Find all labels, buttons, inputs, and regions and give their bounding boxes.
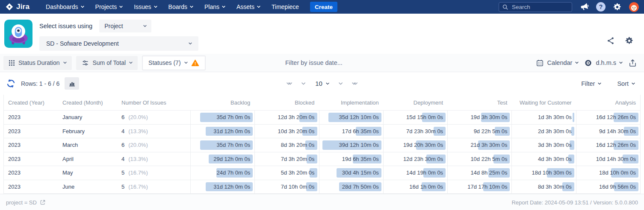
page-size-select[interactable]: 10 — [315, 80, 329, 87]
calendar-select[interactable]: Calendar — [536, 56, 579, 70]
table-header-row: Created (Year)Created (Month)Number Of I… — [4, 95, 640, 110]
sort-menu[interactable]: Sort — [617, 76, 635, 90]
duration-cell: 15d 15h 0m 0s — [383, 111, 447, 124]
duration-value: 35d 7h 0m 0s — [217, 114, 251, 120]
table-row[interactable]: 2023April4(13.3%)29d 12h 0m 0s7d 3h 20m … — [4, 152, 640, 166]
duration-value: 31d 12h 0m 0s — [213, 184, 250, 190]
project-select[interactable]: SD - Sofware Development — [39, 36, 198, 51]
jql-query-link[interactable]: project = SD — [6, 199, 46, 206]
create-button[interactable]: Create — [310, 2, 337, 12]
duration-cell: 17d 6h 35m 0s — [319, 125, 383, 138]
issue-percent: (16.7%) — [128, 169, 148, 176]
month-cell: February — [62, 125, 121, 138]
chevron-down-icon — [189, 41, 192, 44]
nav-item-label: Boards — [168, 3, 187, 10]
column-header[interactable]: Analysis — [576, 95, 640, 110]
nav-item-assets[interactable]: Assets — [236, 3, 260, 10]
chart-view-button[interactable] — [65, 77, 79, 90]
external-link-icon — [40, 199, 46, 205]
duration-value: 31d 12h 0m 0s — [213, 128, 250, 134]
chevron-down-icon — [326, 81, 329, 85]
search-input[interactable] — [499, 2, 572, 12]
duration-value: 8d 3h 30m 0s — [538, 184, 572, 190]
statuses-select[interactable]: Statuses (7) — [142, 55, 205, 70]
export-button[interactable] — [628, 58, 637, 67]
nav-item-dashboards[interactable]: Dashboards — [46, 3, 84, 10]
duration-cell: 1d 3h 30m 0s — [511, 111, 576, 124]
time-format-select[interactable]: d.h.m.s — [584, 56, 622, 70]
duration-value: 30d 4h 15m 0s — [342, 169, 379, 176]
column-header[interactable]: Waiting for Customer — [511, 95, 576, 110]
announcements-button[interactable] — [579, 2, 589, 12]
pagination: 10 — [287, 80, 357, 87]
column-header[interactable]: Test — [447, 95, 511, 110]
duration-value: 12d 23h 30m 0s — [403, 156, 443, 162]
first-page-button[interactable] — [287, 82, 292, 85]
time-format-value: d.h.m.s — [596, 59, 616, 66]
issue-date-filter[interactable]: Filter by issue date... — [285, 59, 343, 66]
nav-item-label: Plans — [204, 3, 219, 10]
report-footer: project = SD Report Date: 2024-05-09 13:… — [0, 194, 644, 210]
sliders-icon — [82, 59, 89, 67]
table-row[interactable]: 2023May5(16.7%)24d 7h 0m 0s5d 3h 20m 0s3… — [4, 166, 640, 180]
nav-item-plans[interactable]: Plans — [204, 3, 225, 10]
duration-cell: 10d 14h 30m 0s — [576, 152, 640, 166]
duration-value: 2d 3h 30m 0s — [538, 128, 572, 134]
share-button[interactable] — [606, 36, 615, 45]
duration-cell: 24d 7h 0m 0s — [190, 166, 254, 180]
aggregation-select[interactable]: Sum of Total — [76, 56, 138, 70]
year-cell: 2023 — [4, 125, 62, 138]
user-avatar[interactable] — [629, 2, 639, 12]
next-page-button[interactable] — [339, 82, 342, 85]
last-page-button[interactable] — [352, 82, 357, 85]
duration-value: 18d 10h 30m 0s — [532, 169, 571, 176]
duration-cell: 9d 14h 30m 0s — [576, 125, 640, 138]
nav-item-projects[interactable]: Projects — [95, 3, 123, 10]
nav-item-issues[interactable]: Issues — [134, 3, 157, 10]
issue-count: 6 — [121, 142, 124, 148]
report-settings-button[interactable] — [625, 36, 634, 45]
rows-count-label: Rows: 1 - 6 / 6 — [21, 80, 59, 87]
filter-menu[interactable]: Filter — [581, 76, 601, 90]
table-row[interactable]: 2023June5(16.7%)31d 12h 0m 0s7d 10h 0m 0… — [4, 180, 640, 194]
column-header[interactable]: Created (Year) — [4, 95, 62, 110]
duration-value: 17d 17h 10m 0s — [467, 184, 507, 190]
table-row[interactable]: 2023March6(20.0%)35d 7h 0m 0s8d 3h 20m 0… — [4, 138, 640, 152]
chevron-down-icon — [154, 4, 157, 8]
issue-source-select[interactable]: Project — [99, 20, 151, 32]
help-button[interactable]: ? — [596, 2, 606, 12]
column-header[interactable]: Blocked — [254, 95, 319, 110]
nav-item-boards[interactable]: Boards — [168, 3, 193, 10]
status-duration-table: Created (Year)Created (Month)Number Of I… — [3, 95, 641, 194]
duration-cell: 5d 3h 20m 0s — [254, 166, 319, 180]
duration-cell: 7d 3h 20m 0s — [254, 152, 319, 166]
issue-count-cell: 5(16.7%) — [121, 166, 190, 180]
select-issues-label: Select issues using — [39, 23, 92, 29]
jira-logo[interactable]: Jira — [5, 3, 30, 11]
nav-item-timepiece[interactable]: Timepiece — [272, 3, 299, 10]
duration-cell: 9d 22h 5m 0s — [447, 125, 511, 138]
column-header[interactable]: Implementation — [319, 95, 383, 110]
duration-value: 39d 12h 10m 0s — [339, 142, 379, 148]
table-row[interactable]: 2023February4(13.3%)31d 12h 0m 0s10d 3h … — [4, 124, 640, 138]
settings-button[interactable] — [613, 3, 622, 12]
refresh-button[interactable] — [6, 79, 16, 88]
jql-query-text: project = SD — [6, 199, 37, 206]
chevron-down-icon — [129, 60, 133, 64]
duration-cell: 18d 10h 30m 0s — [511, 166, 576, 180]
column-header[interactable]: Backlog — [190, 95, 254, 110]
column-header[interactable]: Deployment — [383, 95, 447, 110]
gear-icon — [613, 3, 622, 12]
table-controls: Rows: 1 - 6 / 6 10 Filter Sort — [0, 72, 644, 95]
duration-value: 5d 3h 20m 0s — [281, 169, 315, 176]
duration-cell: 28d 7h 50m 0s — [319, 180, 383, 194]
duration-value: 1d 3h 30m 0s — [538, 114, 572, 120]
report-type-select[interactable]: Status Duration — [3, 56, 72, 70]
megaphone-icon — [579, 2, 589, 12]
table-row[interactable]: 2023January6(20.0%)35d 7h 0m 0s12d 3h 20… — [4, 110, 640, 124]
prev-page-button[interactable] — [302, 82, 305, 85]
duration-cell: 30d 4h 15m 0s — [319, 166, 383, 180]
issue-count-cell: 4(13.3%) — [121, 152, 190, 166]
column-header[interactable]: Number Of Issues — [121, 95, 190, 110]
column-header[interactable]: Created (Month) — [62, 95, 121, 110]
